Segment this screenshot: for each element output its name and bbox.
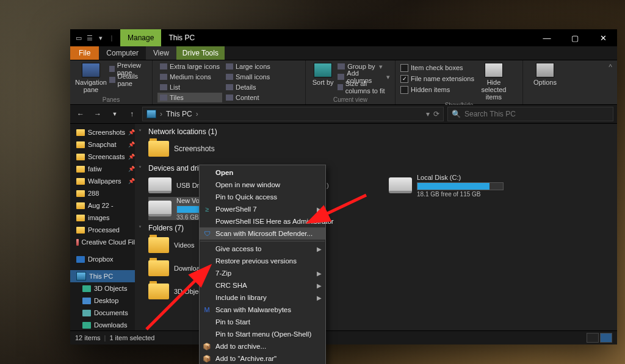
this-pc-icon: [146, 110, 156, 118]
address-bar-row: ← → ▼ ↑ › This PC › ▾ ⟳ 🔍 Search This PC: [70, 105, 617, 124]
status-item-count: 12 items: [75, 334, 101, 341]
qa-separator: |: [107, 33, 117, 43]
tree-item[interactable]: 3D Objects: [70, 282, 135, 294]
ctx-scan-defender[interactable]: 🛡Scan with Microsoft Defender...: [200, 227, 325, 240]
ctx-pin-quick-access[interactable]: Pin to Quick access: [200, 191, 325, 203]
network-item[interactable]: Screenshots: [148, 137, 617, 160]
hidden-items-toggle[interactable]: Hidden items: [400, 85, 474, 95]
nav-forward-button[interactable]: →: [91, 107, 104, 121]
window-title: This PC: [161, 29, 202, 46]
layout-content[interactable]: Content: [223, 93, 273, 102]
tree-item[interactable]: Screenshots📌: [70, 126, 135, 138]
ctx-crc-sha[interactable]: CRC SHA▶: [200, 279, 325, 291]
size-columns-button[interactable]: Size all columns to fit: [338, 82, 390, 92]
view-tab[interactable]: View: [146, 46, 176, 60]
tree-item-dropbox[interactable]: Dropbox: [70, 253, 135, 265]
item-checkboxes-toggle[interactable]: Item check boxes: [400, 63, 474, 73]
tree-item[interactable]: Aug 22 -: [70, 199, 135, 212]
search-icon: 🔍: [452, 110, 461, 118]
tree-item[interactable]: Creative Cloud Fil: [70, 236, 135, 248]
layout-extra-large-icons[interactable]: Extra large icons: [157, 62, 222, 71]
details-pane-icon: [109, 77, 115, 83]
refresh-button[interactable]: ⟳: [433, 110, 439, 118]
address-dropdown-icon[interactable]: ▾: [426, 110, 430, 118]
view-mode-details-button[interactable]: [587, 333, 599, 343]
ribbon: Navigation pane Preview pane Details pan…: [70, 60, 617, 105]
nav-history-button[interactable]: ▼: [108, 107, 121, 121]
drive-tools-tab[interactable]: Drive Tools: [176, 46, 225, 60]
quick-access-toolbar: ▭ ☰ ▾ |: [70, 29, 120, 46]
tree-item[interactable]: Snapchat📌: [70, 138, 135, 151]
ctx-include-library[interactable]: Include in library▶: [200, 291, 325, 304]
manage-contextual-tab[interactable]: Manage: [120, 29, 161, 46]
tree-item[interactable]: Downloads: [70, 319, 135, 330]
tree-item[interactable]: fatiw📌: [70, 163, 135, 175]
ctx-7zip[interactable]: 7-Zip▶: [200, 267, 325, 279]
computer-tab[interactable]: Computer: [99, 46, 146, 60]
ctx-pin-openshell[interactable]: Pin to Start menu (Open-Shell): [200, 328, 325, 340]
tree-item[interactable]: images: [70, 212, 135, 224]
file-extensions-toggle[interactable]: ✓File name extensions: [400, 74, 474, 84]
options-button[interactable]: Options: [528, 62, 562, 86]
details-pane-label: Details pane: [118, 73, 148, 87]
search-placeholder: Search This PC: [464, 110, 516, 118]
ctx-add-archive[interactable]: 📦Add to archive...: [200, 340, 325, 352]
submenu-arrow-icon: ▶: [317, 270, 322, 277]
layout-small-icons[interactable]: Small icons: [223, 72, 273, 82]
nav-up-button[interactable]: ↑: [125, 107, 139, 121]
ctx-add-archive-rar[interactable]: 📦Add to "Archive.rar": [200, 352, 325, 364]
navigation-pane-icon: [82, 63, 100, 77]
panes-group-label: Panes: [75, 95, 147, 104]
archive-icon: 📦: [203, 354, 211, 363]
navigation-tree[interactable]: Screenshots📌 Snapchat📌 Screencasts📌 fati…: [70, 124, 135, 330]
hide-selected-button[interactable]: Hide selected items: [477, 62, 511, 101]
close-button[interactable]: ✕: [589, 29, 617, 46]
drive-tile-local-c[interactable]: Local Disk (C:) 18.1 GB free of 115 GB: [389, 174, 523, 197]
ctx-open[interactable]: Open: [200, 166, 325, 179]
navigation-pane-button[interactable]: Navigation pane: [75, 62, 107, 93]
maximize-button[interactable]: ▢: [561, 29, 589, 46]
layout-medium-icons[interactable]: Medium icons: [157, 72, 222, 82]
tree-item[interactable]: 288: [70, 187, 135, 199]
folder-icon: [148, 237, 169, 253]
view-mode-tiles-button[interactable]: [600, 333, 612, 343]
ctx-give-access[interactable]: Give access to▶: [200, 243, 325, 255]
tree-item[interactable]: Desktop: [70, 294, 135, 307]
submenu-arrow-icon: ▶: [317, 294, 322, 301]
navigation-pane-label: Navigation pane: [75, 79, 107, 93]
ctx-open-new-window[interactable]: Open in new window: [200, 179, 325, 191]
folder-icon: [148, 141, 169, 157]
breadcrumb-this-pc[interactable]: This PC: [166, 110, 192, 118]
submenu-arrow-icon: ▶: [317, 206, 322, 213]
ctx-powershell7[interactable]: ≥PowerShell 7▶: [200, 203, 325, 215]
preview-pane-icon: [109, 66, 115, 72]
drive-free-text: 18.1 GB free of 115 GB: [417, 191, 504, 198]
layout-list[interactable]: List: [157, 82, 222, 92]
ctx-restore-previous[interactable]: Restore previous versions: [200, 255, 325, 267]
properties-icon[interactable]: ☰: [85, 33, 95, 43]
layout-large-icons[interactable]: Large icons: [223, 62, 273, 71]
tree-item[interactable]: Wallpapers📌: [70, 175, 135, 187]
file-menu[interactable]: File: [70, 46, 99, 60]
details-pane-button[interactable]: Details pane: [109, 75, 147, 85]
ctx-separator: [200, 241, 325, 241]
ctx-scan-malwarebytes[interactable]: MScan with Malwarebytes: [200, 304, 325, 316]
qa-dropdown-icon[interactable]: ▾: [96, 33, 106, 43]
tree-item-this-pc[interactable]: This PC: [70, 270, 135, 282]
drive-capacity-bar: [417, 182, 504, 190]
search-box[interactable]: 🔍 Search This PC: [447, 107, 613, 121]
layout-tiles[interactable]: Tiles: [157, 93, 222, 102]
tree-item[interactable]: Documents: [70, 307, 135, 319]
ctx-pin-start[interactable]: Pin to Start: [200, 316, 325, 328]
minimize-button[interactable]: —: [533, 29, 561, 46]
address-bar[interactable]: › This PC › ▾ ⟳: [142, 107, 444, 121]
nav-back-button[interactable]: ←: [74, 107, 87, 121]
sort-by-button[interactable]: Sort by: [311, 62, 335, 86]
section-network[interactable]: Network locations (1): [135, 124, 617, 137]
collapse-ribbon-button[interactable]: ^: [604, 60, 617, 104]
layout-details[interactable]: Details: [223, 82, 273, 92]
submenu-arrow-icon: ▶: [317, 282, 322, 289]
ctx-powershell-ise-admin[interactable]: PowerShell ISE Here as Administrator: [200, 215, 325, 227]
tree-item[interactable]: Screencasts📌: [70, 151, 135, 163]
tree-item[interactable]: Processed: [70, 224, 135, 236]
